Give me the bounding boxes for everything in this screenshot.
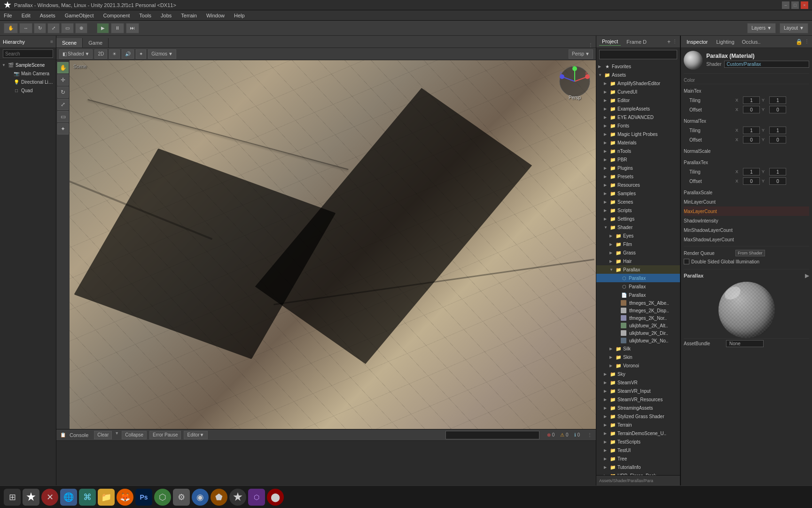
- tree-Stylized-Grass[interactable]: ▶ 📁 Stylized Grass Shader: [596, 412, 680, 421]
- tool-hand[interactable]: ✋: [57, 62, 69, 73]
- 2d-btn[interactable]: 2D: [94, 49, 107, 59]
- step-btn[interactable]: ⏭: [126, 23, 139, 33]
- project-tab[interactable]: Project: [599, 38, 621, 46]
- tiling-y-parallax[interactable]: [769, 168, 786, 175]
- shader-value[interactable]: Custom/Parallax: [724, 61, 809, 68]
- taskbar-photoshop[interactable]: Ps: [135, 489, 152, 506]
- project-add[interactable]: +: [667, 39, 671, 45]
- offset-y-main[interactable]: [769, 106, 786, 113]
- taskbar-red-x[interactable]: ✕: [41, 489, 58, 506]
- doublesided-checkbox[interactable]: [684, 259, 689, 264]
- tree-StreamingAssets[interactable]: ▶ 📁 StreamingAssets: [596, 404, 680, 412]
- taskbar-unity[interactable]: [23, 489, 39, 506]
- taskbar-green-app[interactable]: ⬡: [154, 489, 171, 506]
- toolbar-move[interactable]: ↔: [19, 23, 32, 33]
- assetbundle-value[interactable]: None: [726, 340, 764, 347]
- tiling-y-main[interactable]: [769, 96, 786, 104]
- toolbar-scale[interactable]: ⤢: [47, 23, 60, 33]
- taskbar-explorer[interactable]: 📁: [98, 489, 115, 506]
- close-btn[interactable]: ×: [801, 1, 808, 9]
- tree-CurvedUI[interactable]: ▶ 📁 CurvedUI: [596, 87, 680, 96]
- preview-expand[interactable]: ▶: [805, 272, 809, 279]
- taskbar-gear[interactable]: ⚙: [173, 489, 190, 506]
- shaded-dropdown[interactable]: ◧ Shaded ▼: [59, 49, 93, 59]
- taskbar-blue-icon[interactable]: ◉: [192, 489, 209, 506]
- tree-SteamVR[interactable]: ▶ 📁 SteamVR: [596, 378, 680, 387]
- scene-viewport[interactable]: ✋ ✛ ↻ ⤢ ▭ ✦ X Y: [56, 60, 596, 429]
- play-btn[interactable]: ▶: [97, 23, 109, 33]
- toolbar-transform[interactable]: ⊕: [75, 23, 87, 33]
- tab-game[interactable]: Game: [83, 38, 109, 48]
- menu-window[interactable]: Window: [204, 12, 226, 19]
- hierarchy-item-scene[interactable]: ▼ 🎬 SampleScene: [0, 61, 56, 69]
- taskbar-edge[interactable]: ⌘: [79, 489, 96, 506]
- tool-rect[interactable]: ▭: [57, 111, 69, 122]
- tree-TestScripts[interactable]: ▶ 📁 TestScripts: [596, 437, 680, 446]
- minimize-btn[interactable]: –: [782, 1, 789, 9]
- tree-TerrainDemoScene[interactable]: ▶ 📁 TerrainDemoScene_U..: [596, 429, 680, 437]
- taskbar-unity-hub[interactable]: [229, 489, 246, 506]
- offset-x-parallax[interactable]: [743, 177, 760, 185]
- console-content[interactable]: [56, 441, 596, 485]
- hierarchy-item-quad[interactable]: □ Quad: [0, 86, 56, 95]
- hierarchy-menu[interactable]: ≡: [50, 39, 53, 44]
- tree-item-favorites[interactable]: ▶ ★ Favorites: [596, 62, 680, 71]
- tree-ulkj-alt[interactable]: ulkjbfuew_2K_Alt..: [596, 322, 680, 329]
- offset-y-normal[interactable]: [769, 136, 786, 143]
- tree-Voronoi[interactable]: ▶ 📁 Voronoi: [596, 361, 680, 370]
- gizmos-btn[interactable]: Gizmos ▼: [148, 49, 176, 59]
- tiling-y-normal[interactable]: [769, 127, 786, 134]
- tree-TutorialInfo[interactable]: ▶ 📁 TutorialInfo: [596, 463, 680, 471]
- tab-scene[interactable]: Scene: [56, 38, 83, 48]
- tiling-x-normal[interactable]: [743, 127, 760, 134]
- lighting-btn[interactable]: ☀: [109, 49, 120, 59]
- tree-item-assets[interactable]: ▼ 📁 Assets: [596, 71, 680, 79]
- taskbar-visual-studio[interactable]: ⬡: [248, 489, 265, 506]
- framed-tab[interactable]: Frame D: [624, 38, 649, 46]
- tree-ExampleAssets[interactable]: ▶ 📁 ExampleAssets: [596, 104, 680, 113]
- menu-edit[interactable]: Edit: [20, 12, 32, 19]
- offset-y-parallax[interactable]: [769, 177, 786, 185]
- tree-Presets[interactable]: ▶ 📁 Presets: [596, 172, 680, 181]
- tiling-x-parallax[interactable]: [743, 168, 760, 175]
- collapse-btn[interactable]: Collapse: [122, 431, 147, 439]
- tree-Samples[interactable]: ▶ 📁 Samples: [596, 189, 680, 198]
- tree-Parallax-shader[interactable]: ⬡ Parallax: [596, 282, 680, 291]
- tree-Parallax-folder[interactable]: ▼ 📁 Parallax: [596, 265, 680, 274]
- tree-Scenes[interactable]: ▶ 📁 Scenes: [596, 198, 680, 206]
- tree-Resources[interactable]: ▶ 📁 Resources: [596, 181, 680, 189]
- tree-EYE-ADVANCED[interactable]: ▶ 📁 EYE ADVANCED: [596, 113, 680, 121]
- scene-gizmo[interactable]: X Y Z Persp: [558, 65, 591, 98]
- tree-Fonts[interactable]: ▶ 📁 Fonts: [596, 121, 680, 130]
- tree-SteamVR-Resources[interactable]: ▶ 📁 SteamVR_Resources: [596, 395, 680, 404]
- taskbar-orange-icon[interactable]: ⬟: [211, 489, 227, 506]
- tab-occlusion[interactable]: Occlus..: [740, 38, 763, 46]
- tab-lighting[interactable]: Lighting: [713, 38, 737, 46]
- menu-help[interactable]: Help: [232, 12, 247, 19]
- tree-Scripts[interactable]: ▶ 📁 Scripts: [596, 206, 680, 214]
- window-controls[interactable]: – □ ×: [782, 1, 808, 9]
- tool-custom[interactable]: ✦: [57, 123, 69, 135]
- menu-terrain[interactable]: Terrain: [179, 12, 199, 19]
- tree-tfmeges-norm[interactable]: tfmeges_2K_Nor..: [596, 314, 680, 322]
- clear-btn[interactable]: Clear: [94, 431, 112, 439]
- taskbar-browser[interactable]: 🌐: [60, 489, 77, 506]
- tab-inspector[interactable]: Inspector: [684, 38, 710, 46]
- tree-Sky[interactable]: ▶ 📁 Sky: [596, 370, 680, 378]
- taskbar-start[interactable]: ⊞: [4, 489, 21, 506]
- maximize-btn[interactable]: □: [791, 1, 799, 9]
- scene-menu[interactable]: ⋮: [588, 42, 593, 48]
- menu-jobs[interactable]: Jobs: [159, 12, 173, 19]
- tree-tfmeges-disp[interactable]: tfmeges_2K_Disp..: [596, 307, 680, 314]
- tree-AmplifyShaderEditor[interactable]: ▶ 📁 AmplifyShaderEditor: [596, 79, 680, 87]
- console-search[interactable]: [445, 431, 539, 439]
- menu-assets[interactable]: Assets: [38, 12, 57, 19]
- tree-magic-light-probes[interactable]: ▶ 📁 Magic Light Probes: [596, 130, 680, 138]
- tree-Film[interactable]: ▶ 📁 Film: [596, 240, 680, 248]
- offset-x-main[interactable]: [743, 106, 760, 113]
- tool-scale[interactable]: ⤢: [57, 99, 69, 110]
- tree-Plugins[interactable]: ▶ 📁 Plugins: [596, 164, 680, 172]
- tree-Terrain[interactable]: ▶ 📁 Terrain: [596, 421, 680, 429]
- tree-SteamVR-Input[interactable]: ▶ 📁 SteamVR_Input: [596, 387, 680, 395]
- project-search[interactable]: [599, 50, 677, 59]
